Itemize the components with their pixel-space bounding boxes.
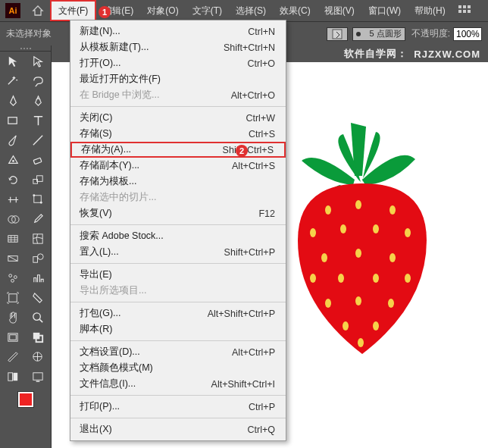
free-transform-tool[interactable] — [26, 190, 52, 209]
svg-rect-56 — [33, 373, 42, 380]
annotation-badge-2: 2 — [236, 145, 248, 157]
menu-item[interactable]: 置入(L)...Shift+Ctrl+P — [70, 244, 286, 260]
lasso-tool[interactable] — [26, 71, 52, 91]
svg-point-13 — [340, 224, 346, 233]
screen-mode-tool[interactable] — [26, 367, 52, 387]
svg-point-22 — [405, 274, 411, 283]
column-graph-tool[interactable] — [26, 268, 52, 288]
menu-item[interactable]: 恢复(V)F12 — [70, 205, 286, 221]
svg-rect-40 — [33, 234, 42, 243]
menu-item[interactable]: 存储副本(Y)...Alt+Ctrl+S — [70, 158, 286, 174]
svg-rect-54 — [8, 373, 13, 381]
symbol-sprayer-tool[interactable] — [0, 268, 26, 288]
menu-item: 在 Bridge 中浏览...Alt+Ctrl+O — [70, 87, 286, 103]
svg-point-10 — [355, 200, 361, 209]
stroke-profile[interactable]: 5 点圆形 — [352, 27, 405, 41]
workspace-switcher-icon[interactable] — [458, 5, 472, 16]
svg-point-48 — [33, 313, 40, 320]
svg-point-20 — [338, 274, 344, 283]
svg-point-45 — [14, 276, 17, 279]
menu-item[interactable]: 搜索 Adobe Stock... — [70, 228, 286, 244]
menu-item[interactable]: 新建(N)...Ctrl+N — [70, 23, 286, 39]
print-tiling-tool[interactable] — [0, 327, 26, 347]
menu-item[interactable]: 从模板新建(T)...Shift+Ctrl+N — [70, 39, 286, 55]
shape-builder-tool[interactable] — [0, 209, 26, 229]
svg-point-9 — [325, 205, 331, 215]
opacity-value[interactable]: 100% — [453, 27, 482, 41]
svg-point-12 — [310, 228, 316, 237]
menu-item[interactable]: 存储为模板... — [70, 174, 286, 190]
svg-rect-4 — [468, 5, 471, 8]
menu-item[interactable]: 文档设置(D)...Alt+Ctrl+P — [70, 344, 286, 360]
svg-point-14 — [373, 224, 379, 233]
slice-tool[interactable] — [26, 288, 52, 308]
menu-select[interactable]: 选择(S) — [229, 0, 273, 21]
menu-item[interactable]: 文件信息(I)...Alt+Shift+Ctrl+I — [70, 376, 286, 392]
menu-object[interactable]: 对象(O) — [140, 0, 185, 21]
blend-tool[interactable] — [26, 249, 52, 268]
menu-item[interactable]: 文档颜色模式(M) — [70, 360, 286, 376]
svg-point-46 — [11, 279, 14, 282]
hand-tool[interactable] — [0, 308, 26, 327]
menu-item[interactable]: 脚本(R) — [70, 321, 286, 337]
svg-point-15 — [405, 228, 411, 237]
svg-point-18 — [389, 253, 396, 262]
type-tool[interactable] — [26, 111, 52, 130]
menu-item[interactable]: 打印(P)...Ctrl+P — [70, 399, 286, 415]
zoom-tool[interactable] — [26, 308, 52, 327]
menu-window[interactable]: 窗口(W) — [361, 0, 408, 21]
menu-view[interactable]: 视图(V) — [318, 0, 361, 21]
menu-item[interactable]: 存储(S)Ctrl+S — [70, 126, 286, 142]
selection-status: 未选择对象 — [6, 27, 52, 40]
artboard-tool[interactable] — [0, 288, 26, 308]
svg-rect-41 — [8, 256, 17, 262]
selection-tool[interactable] — [0, 52, 26, 71]
menu-help[interactable]: 帮助(H) — [408, 0, 452, 21]
magic-wand-tool[interactable] — [0, 71, 26, 91]
svg-point-43 — [38, 254, 44, 260]
color-tool[interactable] — [26, 347, 52, 367]
eraser-tool[interactable] — [26, 150, 52, 170]
artwork-strawberry — [286, 108, 438, 358]
menu-item[interactable]: 关闭(C)Ctrl+W — [70, 110, 286, 126]
draw-mode-tool[interactable] — [0, 367, 26, 387]
menu-item[interactable]: 打包(G)...Alt+Shift+Ctrl+P — [70, 305, 286, 321]
svg-rect-47 — [9, 294, 17, 302]
width-tool[interactable] — [0, 190, 26, 209]
mesh-tool[interactable] — [26, 229, 52, 249]
app-logo: Ai — [0, 0, 26, 21]
paintbrush-tool[interactable] — [0, 130, 26, 150]
menu-item[interactable]: 存储为(A)...Shift+Ctrl+S2 — [70, 142, 286, 158]
measure-tool[interactable] — [0, 347, 26, 367]
rotate-tool[interactable] — [0, 170, 26, 190]
menu-item[interactable]: 导出(E) — [70, 267, 286, 283]
fill-swatch[interactable] — [327, 27, 348, 41]
svg-rect-49 — [8, 334, 17, 341]
color-swatch-row[interactable] — [0, 387, 51, 412]
pen-tool[interactable] — [0, 91, 26, 111]
rectangle-tool[interactable] — [0, 111, 26, 130]
menu-file[interactable]: 文件(F) — [50, 0, 96, 21]
eyedropper-tool[interactable] — [26, 209, 52, 229]
svg-rect-34 — [34, 196, 41, 202]
gradient-tool[interactable] — [0, 249, 26, 268]
menu-item[interactable]: 退出(X)Ctrl+Q — [70, 421, 286, 437]
menu-effect[interactable]: 效果(C) — [273, 0, 318, 21]
fill-stroke-tool[interactable] — [26, 327, 52, 347]
annotation-badge-1: 1 — [99, 6, 111, 18]
scale-tool[interactable] — [26, 170, 52, 190]
svg-point-16 — [321, 253, 327, 262]
panel-grip[interactable] — [0, 45, 51, 52]
shaper-tool[interactable] — [0, 150, 26, 170]
menu-item[interactable]: 打开(O)...Ctrl+O — [70, 55, 286, 71]
menu-item[interactable]: 最近打开的文件(F) — [70, 71, 286, 87]
home-icon[interactable] — [26, 5, 50, 17]
svg-point-30 — [12, 160, 14, 162]
svg-rect-3 — [463, 5, 466, 8]
line-tool[interactable] — [26, 130, 52, 150]
svg-rect-33 — [37, 176, 43, 182]
perspective-grid-tool[interactable] — [0, 229, 26, 249]
menu-type[interactable]: 文字(T) — [186, 0, 229, 21]
direct-selection-tool[interactable] — [26, 52, 52, 71]
curvature-tool[interactable] — [26, 91, 52, 111]
